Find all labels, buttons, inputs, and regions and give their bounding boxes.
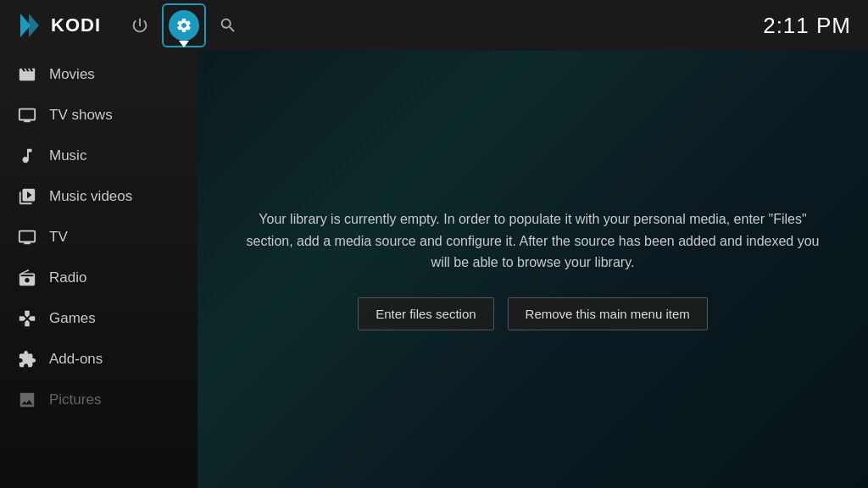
sidebar-item-tv-shows[interactable]: TV shows [0, 95, 198, 136]
settings-circle [169, 10, 199, 41]
power-icon [131, 16, 149, 35]
music-label: Music [49, 147, 86, 164]
app-container: KODI [0, 0, 868, 488]
time-display: 2:11 PM [763, 13, 851, 39]
topbar: KODI [0, 0, 868, 51]
sidebar-item-movies[interactable]: Movies [0, 54, 198, 95]
sidebar: Movies TV shows Music [0, 51, 198, 488]
sidebar-item-music-videos[interactable]: Music videos [0, 176, 198, 217]
main-content: Movies TV shows Music [0, 51, 868, 488]
search-icon [219, 16, 237, 35]
tv-shows-label: TV shows [49, 107, 113, 124]
sidebar-item-games[interactable]: Games [0, 298, 198, 339]
addons-label: Add-ons [49, 351, 103, 368]
pictures-icon [17, 390, 37, 410]
empty-library-box: Your library is currently empty. In orde… [228, 191, 838, 347]
sidebar-item-music[interactable]: Music [0, 136, 198, 176]
cursor-indicator [179, 41, 189, 47]
movies-label: Movies [49, 66, 95, 83]
gear-icon [175, 17, 192, 34]
remove-menu-item-button[interactable]: Remove this main menu item [508, 297, 708, 330]
music-videos-icon [17, 186, 37, 207]
top-icon-bar [118, 3, 250, 47]
svg-marker-1 [29, 14, 39, 37]
logo-area: KODI [14, 10, 101, 41]
sidebar-item-radio[interactable]: Radio [0, 258, 198, 298]
enter-files-button[interactable]: Enter files section [358, 297, 493, 330]
tv-label: TV [49, 229, 68, 246]
action-buttons: Enter files section Remove this main men… [245, 297, 821, 330]
music-videos-label: Music videos [49, 188, 132, 205]
tv-shows-icon [17, 105, 37, 125]
radio-label: Radio [49, 269, 86, 286]
games-label: Games [49, 310, 96, 327]
radio-icon [17, 268, 37, 288]
movies-icon [17, 64, 37, 85]
kodi-logo-icon [14, 10, 44, 41]
empty-library-message: Your library is currently empty. In orde… [245, 208, 821, 274]
pictures-label: Pictures [49, 391, 101, 408]
games-icon [17, 308, 37, 329]
app-title: KODI [51, 14, 101, 36]
settings-button[interactable] [162, 3, 206, 47]
addons-icon [17, 349, 37, 369]
music-icon [17, 146, 37, 166]
search-button[interactable] [206, 3, 250, 47]
tv-icon [17, 227, 37, 247]
sidebar-item-tv[interactable]: TV [0, 217, 198, 258]
power-button[interactable] [118, 3, 162, 47]
content-area: Your library is currently empty. In orde… [198, 51, 868, 488]
sidebar-item-addons[interactable]: Add-ons [0, 339, 198, 380]
sidebar-item-pictures[interactable]: Pictures [0, 380, 198, 420]
